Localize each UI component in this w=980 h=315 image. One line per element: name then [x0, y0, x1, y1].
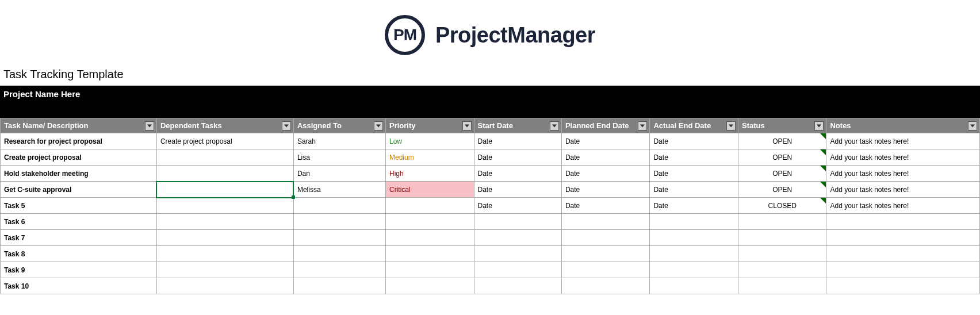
- cell-status[interactable]: [738, 246, 826, 262]
- cell-aend[interactable]: [650, 214, 738, 230]
- col-header-dep[interactable]: Dependent Tasks: [156, 118, 293, 133]
- cell-task[interactable]: Task 7: [1, 230, 157, 246]
- filter-dropdown-icon[interactable]: [814, 121, 824, 130]
- col-header-asg[interactable]: Assigned To: [293, 118, 385, 133]
- cell-task[interactable]: Task 5: [1, 198, 157, 214]
- col-header-status[interactable]: Status: [738, 118, 826, 133]
- cell-asg[interactable]: [293, 278, 385, 294]
- cell-notes[interactable]: [826, 278, 980, 294]
- cell-start[interactable]: Date: [474, 166, 561, 182]
- filter-dropdown-icon[interactable]: [282, 121, 291, 130]
- cell-start[interactable]: Date: [474, 149, 561, 166]
- cell-pri[interactable]: [386, 246, 474, 262]
- col-header-aend[interactable]: Actual End Date: [650, 118, 738, 133]
- cell-asg[interactable]: [293, 214, 385, 230]
- cell-dep[interactable]: [156, 166, 293, 182]
- cell-dep[interactable]: Create project proposal: [156, 133, 293, 149]
- cell-notes[interactable]: Add your task notes here!: [826, 182, 980, 198]
- cell-aend[interactable]: [650, 230, 738, 246]
- cell-pri[interactable]: Medium: [386, 149, 474, 166]
- cell-start[interactable]: Date: [474, 198, 561, 214]
- cell-aend[interactable]: Date: [650, 198, 738, 214]
- cell-notes[interactable]: Add your task notes here!: [826, 166, 980, 182]
- cell-status[interactable]: [738, 214, 826, 230]
- cell-start[interactable]: [474, 278, 561, 294]
- cell-status[interactable]: [738, 262, 826, 278]
- cell-asg[interactable]: [293, 230, 385, 246]
- cell-task[interactable]: Task 9: [1, 262, 157, 278]
- cell-notes[interactable]: [826, 246, 980, 262]
- cell-pend[interactable]: Date: [561, 166, 650, 182]
- filter-dropdown-icon[interactable]: [968, 121, 977, 130]
- cell-aend[interactable]: [650, 262, 738, 278]
- project-name-bar[interactable]: Project Name Here: [0, 86, 980, 118]
- cell-dep[interactable]: [156, 198, 293, 214]
- cell-dep[interactable]: [156, 230, 293, 246]
- cell-pri[interactable]: [386, 198, 474, 214]
- cell-asg[interactable]: Melissa: [293, 182, 385, 198]
- cell-dep[interactable]: [156, 149, 293, 166]
- cell-status[interactable]: CLOSED: [738, 198, 826, 214]
- col-header-notes[interactable]: Notes: [826, 118, 980, 133]
- cell-asg[interactable]: Dan: [293, 166, 385, 182]
- cell-task[interactable]: Research for project proposal: [1, 133, 157, 149]
- cell-asg[interactable]: Sarah: [293, 133, 385, 149]
- cell-pend[interactable]: [561, 230, 650, 246]
- cell-aend[interactable]: [650, 246, 738, 262]
- cell-pend[interactable]: [561, 278, 650, 294]
- cell-start[interactable]: Date: [474, 182, 561, 198]
- cell-notes[interactable]: Add your task notes here!: [826, 149, 980, 166]
- cell-task[interactable]: Get C-suite approval: [1, 182, 157, 198]
- cell-aend[interactable]: Date: [650, 166, 738, 182]
- filter-dropdown-icon[interactable]: [726, 121, 736, 130]
- filter-dropdown-icon[interactable]: [374, 121, 383, 130]
- cell-pri[interactable]: Critical: [386, 182, 474, 198]
- cell-asg[interactable]: [293, 262, 385, 278]
- cell-notes[interactable]: [826, 214, 980, 230]
- cell-aend[interactable]: Date: [650, 182, 738, 198]
- cell-pend[interactable]: Date: [561, 198, 650, 214]
- cell-asg[interactable]: [293, 198, 385, 214]
- cell-pend[interactable]: Date: [561, 149, 650, 166]
- cell-pend[interactable]: Date: [561, 182, 650, 198]
- cell-pend[interactable]: Date: [561, 133, 650, 149]
- cell-notes[interactable]: Add your task notes here!: [826, 198, 980, 214]
- cell-asg[interactable]: [293, 246, 385, 262]
- cell-dep[interactable]: [156, 278, 293, 294]
- cell-status[interactable]: OPEN: [738, 166, 826, 182]
- cell-start[interactable]: Date: [474, 133, 561, 149]
- cell-dep[interactable]: [156, 214, 293, 230]
- cell-pri[interactable]: High: [386, 166, 474, 182]
- filter-dropdown-icon[interactable]: [145, 121, 154, 130]
- cell-pend[interactable]: [561, 262, 650, 278]
- col-header-start[interactable]: Start Date: [474, 118, 561, 133]
- cell-notes[interactable]: [826, 262, 980, 278]
- cell-dep[interactable]: [156, 246, 293, 262]
- cell-start[interactable]: [474, 214, 561, 230]
- cell-task[interactable]: Create project proposal: [1, 149, 157, 166]
- selection-handle-icon[interactable]: [292, 195, 295, 199]
- cell-pri[interactable]: [386, 278, 474, 294]
- cell-task[interactable]: Task 6: [1, 214, 157, 230]
- cell-start[interactable]: [474, 246, 561, 262]
- cell-asg[interactable]: Lisa: [293, 149, 385, 166]
- cell-start[interactable]: [474, 262, 561, 278]
- cell-status[interactable]: OPEN: [738, 182, 826, 198]
- cell-aend[interactable]: [650, 278, 738, 294]
- col-header-pri[interactable]: Priority: [386, 118, 474, 133]
- cell-task[interactable]: Task 10: [1, 278, 157, 294]
- cell-dep[interactable]: [156, 262, 293, 278]
- cell-notes[interactable]: [826, 230, 980, 246]
- cell-aend[interactable]: Date: [650, 133, 738, 149]
- filter-dropdown-icon[interactable]: [462, 121, 472, 130]
- cell-dep[interactable]: [156, 182, 293, 198]
- cell-pend[interactable]: [561, 214, 650, 230]
- cell-status[interactable]: [738, 278, 826, 294]
- filter-dropdown-icon[interactable]: [550, 121, 559, 130]
- cell-notes[interactable]: Add your task notes here!: [826, 133, 980, 149]
- cell-pri[interactable]: Low: [386, 133, 474, 149]
- cell-task[interactable]: Hold stakeholder meeting: [1, 166, 157, 182]
- cell-task[interactable]: Task 8: [1, 246, 157, 262]
- cell-status[interactable]: OPEN: [738, 133, 826, 149]
- col-header-pend[interactable]: Planned End Date: [561, 118, 650, 133]
